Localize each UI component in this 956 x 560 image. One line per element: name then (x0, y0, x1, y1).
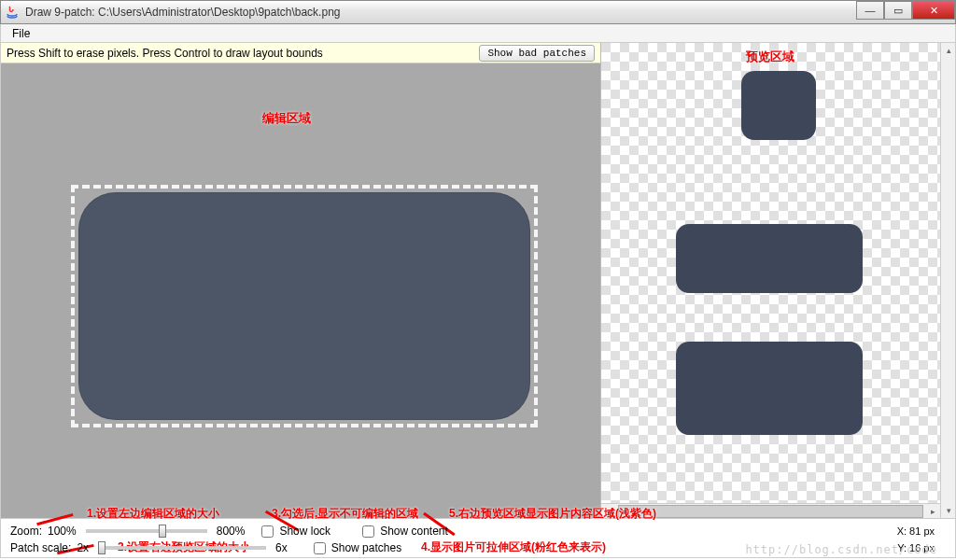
x-coordinate: X: 81 px (897, 525, 935, 537)
preview-shape-tall (676, 342, 863, 435)
scroll-right-icon[interactable]: ▸ (925, 504, 940, 519)
menu-file[interactable]: File (7, 25, 35, 42)
hint-text: Press Shift to erase pixels. Press Contr… (7, 47, 323, 60)
show-patches-checkbox[interactable] (314, 542, 326, 554)
vertical-scrollbar[interactable]: ▴ ▾ (940, 43, 955, 518)
zoom-slider[interactable] (86, 529, 207, 533)
show-patches-label: Show patches (331, 541, 401, 554)
horizontal-scrollbar[interactable]: ◂ ▸ (601, 503, 940, 518)
window-controls: — ▭ ✕ (856, 1, 955, 20)
content-area: Press Shift to erase pixels. Press Contr… (0, 43, 956, 519)
preview-pane: 预览区域 ▴ ▾ ◂ ▸ (601, 43, 955, 518)
edit-canvas[interactable]: 编辑区域 (1, 63, 600, 518)
editing-pane: Press Shift to erase pixels. Press Contr… (1, 43, 601, 518)
java-icon (5, 5, 20, 20)
show-content-checkbox[interactable] (362, 525, 374, 538)
controls-panel: 1.设置左边编辑区域的大小 3.勾选后,显示不可编辑的区域 5.右边预览区域显示… (0, 519, 956, 558)
scroll-up-icon[interactable]: ▴ (941, 43, 955, 58)
zoom-label: Zoom: (10, 525, 42, 538)
close-button[interactable]: ✕ (912, 1, 955, 20)
patch-scale-label: Patch scale: (10, 541, 71, 554)
window-titlebar: Draw 9-patch: C:\Users\Administrator\Des… (0, 0, 956, 24)
window-title: Draw 9-patch: C:\Users\Administrator\Des… (25, 6, 340, 19)
menu-bar: File (0, 24, 956, 43)
nine-patch-image[interactable] (71, 185, 538, 427)
patch-min: 2x (77, 541, 89, 554)
zoom-max: 800% (217, 525, 246, 538)
preview-shape-small (741, 71, 816, 140)
scroll-thumb[interactable] (618, 505, 923, 518)
scroll-down-icon[interactable]: ▾ (941, 503, 955, 518)
patch-max: 6x (275, 541, 288, 554)
zoom-min: 100% (48, 525, 77, 538)
patch-scale-slider[interactable] (98, 546, 266, 550)
show-content-label: Show content (380, 525, 448, 538)
show-lock-checkbox[interactable] (261, 525, 274, 538)
patch-content (78, 192, 530, 420)
show-lock-label: Show lock (279, 525, 330, 538)
minimize-button[interactable]: — (856, 1, 884, 20)
info-bar: Press Shift to erase pixels. Press Contr… (1, 43, 600, 63)
maximize-button[interactable]: ▭ (884, 1, 912, 20)
preview-shape-wide (676, 224, 863, 293)
scroll-left-icon[interactable]: ◂ (601, 504, 616, 519)
annotation-edit-area: 编辑区域 (262, 110, 311, 127)
y-coordinate: Y: 16 px (897, 542, 935, 553)
show-bad-patches-button[interactable]: Show bad patches (479, 45, 595, 62)
